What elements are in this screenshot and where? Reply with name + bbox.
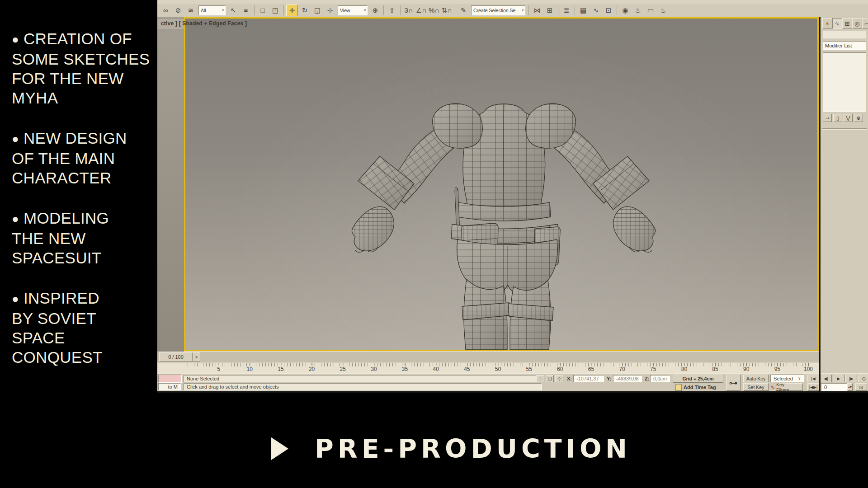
angle-snap-icon[interactable]: ∠∩ <box>415 5 427 16</box>
next-frame-arrow-button[interactable]: > <box>193 352 200 361</box>
slide-footer-title: PRE-PRODUCTION <box>315 434 631 464</box>
perspective-viewport[interactable] <box>185 19 817 350</box>
unlink-selection-icon[interactable]: ⊘ <box>172 5 184 16</box>
select-and-move-icon[interactable]: ✛ <box>286 5 298 16</box>
toolbar-separator <box>383 5 384 15</box>
bullet-text: NEW DESIGN OF THE MAIN CHARACTER <box>12 129 127 187</box>
key-mode-toggle-icon[interactable]: ⊡ <box>855 383 867 391</box>
main-toolbar: ∞⊘≋All∨↖≡□◳✛↻◱⊹View∨⊕⇧3∩∠∩%∩⇅∩✎Create Se… <box>157 4 868 17</box>
scene-explorer-icon[interactable]: ▤ <box>577 5 589 16</box>
modifier-list-dropdown[interactable]: Modifier List <box>823 42 866 50</box>
current-frame-field[interactable]: 0 <box>821 383 847 391</box>
bind-to-space-warp-icon[interactable]: ≋ <box>185 5 197 16</box>
object-name-field[interactable] <box>823 31 866 38</box>
y-coord-field[interactable]: -46839,08 <box>613 375 642 382</box>
panel-divider <box>822 128 867 130</box>
tab-hierarchy[interactable]: ⊞ <box>842 18 852 29</box>
auto-key-button[interactable]: Auto Key <box>743 375 769 382</box>
tab-modify[interactable]: ∿ <box>832 18 842 29</box>
toolbar-separator <box>617 5 617 15</box>
align-icon[interactable]: ⊞ <box>544 5 556 16</box>
default-in-out-tangent-icon[interactable]: ∿ <box>770 384 775 390</box>
zoom-extents-icon[interactable]: ⊙ <box>858 375 868 382</box>
mirror-icon[interactable]: ⋈ <box>531 5 543 16</box>
schematic-view-icon[interactable]: ⊡ <box>603 5 614 16</box>
ruler-tick-label: 35 <box>402 366 408 372</box>
time-slider-track[interactable] <box>157 352 819 362</box>
material-editor-icon[interactable]: ◉ <box>619 5 631 16</box>
ruler-tick-label: 80 <box>681 366 687 372</box>
render-setup-icon[interactable]: ♨ <box>632 5 644 16</box>
render-production-icon[interactable]: ♨ <box>657 5 669 16</box>
time-slider-button[interactable]: 0 / 100 <box>159 352 193 361</box>
set-key-button[interactable]: Set Key <box>743 383 769 391</box>
go-to-frame-button[interactable]: |◀▶| <box>807 383 819 391</box>
select-object-icon[interactable]: ↖ <box>227 5 239 16</box>
named-selection-dropdown[interactable]: Create Selection Se∨ <box>471 5 525 15</box>
toolbar-separator <box>254 5 255 15</box>
chevron-down-icon: ∨ <box>362 8 366 12</box>
set-keys-key-button[interactable]: ⊶ <box>726 375 741 391</box>
show-end-result-button[interactable]: ▯ <box>833 114 842 122</box>
selection-filter-dropdown[interactable]: All∨ <box>198 5 226 15</box>
maxscript-listener-white[interactable]: to M <box>158 383 181 390</box>
rectangular-selection-region-icon[interactable]: □ <box>257 5 269 16</box>
ruler-tick-label: 55 <box>526 366 532 372</box>
character-right-glove <box>613 206 656 252</box>
use-pivot-point-icon[interactable]: ⊕ <box>369 5 381 16</box>
keyboard-override-icon[interactable]: ⇧ <box>386 5 398 16</box>
tab-create[interactable]: ✶ <box>822 18 832 29</box>
previous-frame-button[interactable]: ◀| <box>820 375 832 382</box>
layer-manager-icon[interactable]: ≣ <box>561 5 572 16</box>
ruler-tick-label: 40 <box>433 366 439 372</box>
play-button[interactable]: ▶ <box>833 375 844 382</box>
modifier-stack-list[interactable] <box>823 52 866 112</box>
bullet-text: CREATION OF SOME SKETCHES FOR THE NEW MY… <box>12 30 150 107</box>
frame-spinner[interactable]: ▴▾ <box>847 383 853 391</box>
viewport-label[interactable]: ctive ] [ Shaded + Edged Faces ] <box>161 20 247 27</box>
go-to-start-button[interactable]: |◀ <box>807 375 819 382</box>
select-and-rotate-icon[interactable]: ↻ <box>299 5 311 16</box>
key-mode-dropdown[interactable]: Selected∨ <box>770 375 804 382</box>
track-bar-ruler[interactable]: 5101520253035404550556065707580859095100 <box>157 362 819 374</box>
percent-snap-icon[interactable]: %∩ <box>428 5 440 16</box>
add-time-tag-label[interactable]: Add Time Tag <box>684 385 716 390</box>
toolbar-separator <box>455 5 455 15</box>
maxscript-listener-pink[interactable] <box>158 375 182 383</box>
tab-motion[interactable]: ◎ <box>852 18 862 29</box>
key-filters-button[interactable]: Key Filters... <box>776 383 803 391</box>
spinner-snap-icon[interactable]: ⇅∩ <box>441 5 453 16</box>
pin-stack-button[interactable]: ⊸ <box>823 114 832 122</box>
remove-modifier-button[interactable]: ⊗ <box>854 114 863 122</box>
select-and-scale-icon[interactable]: ◱ <box>311 5 323 16</box>
select-by-name-icon[interactable]: ≡ <box>240 5 252 16</box>
bullet-icon: ● <box>12 132 19 145</box>
curve-editor-icon[interactable]: ∿ <box>590 5 602 16</box>
select-and-manipulate-icon[interactable]: ⊹ <box>324 5 336 16</box>
ruler-tick-label: 50 <box>495 366 501 372</box>
play-triangle-icon <box>271 437 288 460</box>
window-crossing-icon[interactable]: ◳ <box>269 5 281 16</box>
ruler-tick-label: 70 <box>619 366 625 372</box>
x-coord-field[interactable]: -10741,37 <box>573 375 604 382</box>
adaptive-degradation-icon[interactable]: ◌ <box>536 375 544 382</box>
inactive-viewport-sliver[interactable] <box>157 17 184 352</box>
tab-display[interactable]: ▭ <box>862 18 868 29</box>
rendered-frame-icon[interactable]: ▭ <box>645 5 656 16</box>
absolute-offset-mode-icon[interactable]: ⊹ <box>555 375 563 382</box>
make-unique-button[interactable]: ⋁ <box>844 114 853 122</box>
next-frame-button[interactable]: |▶ <box>845 375 857 382</box>
selection-lock-icon[interactable]: ⊡ <box>546 375 554 382</box>
prompt-line-field: Click and drag to select and move object… <box>184 383 542 390</box>
select-and-link-icon[interactable]: ∞ <box>160 5 171 16</box>
status-toggle-icons: ◌⊡⊹ <box>536 375 563 382</box>
bullet-icon: ● <box>12 292 19 305</box>
reference-coordinate-dropdown[interactable]: View∨ <box>338 5 368 15</box>
edit-named-selections-icon[interactable]: ✎ <box>458 5 469 16</box>
z-coord-field[interactable]: 0,0cm <box>650 375 670 382</box>
bullet-item: ●CREATION OF SOME SKETCHES FOR THE NEW M… <box>12 29 161 108</box>
snap-toggle-3d-icon[interactable]: 3∩ <box>403 5 415 16</box>
toolbar-separator <box>575 5 575 15</box>
bullet-item: ●INSPIRED BY SOVIET SPACE CONQUEST <box>12 288 161 367</box>
ruler-tick-label: 95 <box>774 366 780 372</box>
